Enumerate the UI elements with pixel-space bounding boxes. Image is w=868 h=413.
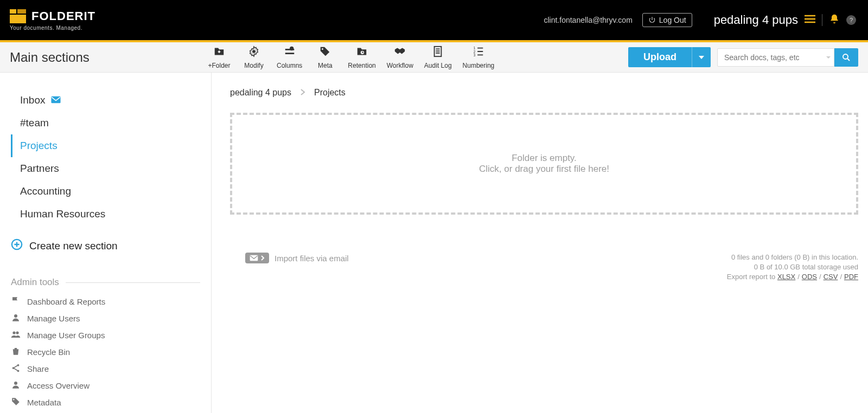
numbered-list-icon: 123 xyxy=(473,46,484,60)
tool-audit-log[interactable]: Audit Log xyxy=(422,46,454,69)
sidebar-item--team[interactable]: #team xyxy=(11,112,200,134)
account-name: pedaling 4 pups xyxy=(714,13,798,27)
flag-icon xyxy=(11,296,21,307)
sidebar-item-human-resources[interactable]: Human Resources xyxy=(11,203,200,225)
export-pdf[interactable]: PDF xyxy=(844,273,858,281)
tool-meta[interactable]: Meta xyxy=(311,46,339,69)
mail-icon xyxy=(250,255,258,261)
tool-numbering[interactable]: 123Numbering xyxy=(461,46,497,69)
svg-point-20 xyxy=(14,382,17,385)
page-title: Main sections xyxy=(10,50,205,65)
export-prefix: Export report to xyxy=(727,273,777,281)
sidebar-item-label: Human Resources xyxy=(20,208,105,220)
sidebar-item-inbox[interactable]: Inbox xyxy=(11,89,200,112)
export-ods[interactable]: ODS xyxy=(802,273,817,281)
folder-plus-icon xyxy=(213,46,225,60)
sidebar-item-label: Partners xyxy=(20,163,59,175)
tag-icon xyxy=(319,46,331,60)
upload-split-button: Upload xyxy=(628,47,711,67)
admin-item-label: Recycle Bin xyxy=(27,347,70,357)
tool-modify[interactable]: Modify xyxy=(240,46,268,69)
location-stats: 0 files and 0 folders (0 B) in this loca… xyxy=(727,253,858,282)
svg-rect-12 xyxy=(52,96,61,103)
toolbar: Main sections +FolderModifyColumnsMetaRe… xyxy=(0,42,868,73)
create-new-section[interactable]: Create new section xyxy=(11,238,200,253)
tool-columns[interactable]: Columns xyxy=(275,46,304,69)
admin-divider xyxy=(66,282,200,283)
upload-dropdown-button[interactable] xyxy=(692,47,711,67)
svg-point-4 xyxy=(290,46,293,50)
breadcrumb-current[interactable]: Projects xyxy=(314,88,346,98)
search-icon xyxy=(841,53,851,62)
admin-item-access-overview[interactable]: Access Overview xyxy=(11,377,200,394)
admin-tools-header: Admin tools xyxy=(11,277,200,288)
admin-item-label: Dashboard & Reports xyxy=(27,297,105,306)
user-icon xyxy=(11,313,21,324)
help-icon[interactable]: ? xyxy=(846,15,856,25)
logout-label: Log Out xyxy=(659,16,686,24)
tool--folder[interactable]: +Folder xyxy=(205,46,233,69)
section-list: Inbox #teamProjectsPartnersAccountingHum… xyxy=(11,89,200,225)
logout-button[interactable]: Log Out xyxy=(642,13,692,27)
stats-storage: 0 B of 10.0 GB total storage used xyxy=(727,262,858,272)
search-input[interactable] xyxy=(717,48,834,67)
sidebar-item-projects[interactable]: Projects xyxy=(11,134,200,157)
export-xlsx[interactable]: XLSX xyxy=(777,273,795,281)
tool-label: Retention xyxy=(348,62,375,69)
chevron-right-icon xyxy=(300,88,305,98)
trash-icon xyxy=(11,346,21,358)
tool-label: Columns xyxy=(277,62,302,69)
search-button[interactable] xyxy=(834,48,858,67)
admin-item-manage-users[interactable]: Manage Users xyxy=(11,310,200,327)
vertical-divider xyxy=(822,14,822,26)
tool-label: Modify xyxy=(244,62,263,69)
svg-point-21 xyxy=(13,399,14,400)
main-area: Inbox #teamProjectsPartnersAccountingHum… xyxy=(0,73,868,413)
sidebar-item-label: #team xyxy=(20,117,49,129)
tool-workflow[interactable]: Workflow xyxy=(385,46,416,69)
import-label: Import files via email xyxy=(275,254,349,263)
mail-chip xyxy=(245,253,269,263)
import-via-email[interactable]: Import files via email xyxy=(245,253,349,263)
tool-retention[interactable]: Retention xyxy=(346,46,378,69)
stats-files: 0 files and 0 folders (0 B) in this loca… xyxy=(727,253,858,262)
top-bar: FOLDERIT Your documents. Managed. clint.… xyxy=(0,0,868,40)
sidebar-item-label: Projects xyxy=(20,140,58,152)
admin-item-label: Share xyxy=(27,364,49,373)
admin-item-label: Manage Users xyxy=(27,314,80,323)
file-dropzone[interactable]: Folder is empty. Click, or drag your fir… xyxy=(230,113,858,215)
admin-item-label: Access Overview xyxy=(27,381,90,390)
share-icon xyxy=(11,363,21,375)
tag-icon xyxy=(11,397,21,408)
admin-item-share[interactable]: Share xyxy=(11,360,200,377)
brand-name: FOLDERIT xyxy=(31,9,95,23)
brand-logo-icon xyxy=(10,9,26,23)
gear-icon xyxy=(248,46,260,60)
sidebar-item-partners[interactable]: Partners xyxy=(11,157,200,180)
user-email: clint.fontanella@thryv.com xyxy=(544,16,632,24)
search-area xyxy=(717,48,858,67)
admin-item-numbering[interactable]: 123Numbering xyxy=(11,411,200,413)
brand-block: FOLDERIT Your documents. Managed. xyxy=(10,9,95,31)
admin-tools-title: Admin tools xyxy=(11,277,59,288)
admin-item-metadata[interactable]: Metadata xyxy=(11,394,200,411)
notifications-icon[interactable] xyxy=(829,14,840,27)
sidebar-item-label: Inbox xyxy=(20,94,45,106)
users-icon xyxy=(11,330,21,341)
columns-gear-icon xyxy=(284,46,296,60)
admin-item-manage-user-groups[interactable]: Manage User Groups xyxy=(11,327,200,344)
svg-rect-2 xyxy=(17,9,26,14)
upload-button[interactable]: Upload xyxy=(628,47,692,67)
export-line: Export report to XLSX/ODS/CSV/PDF xyxy=(727,272,858,282)
export-csv[interactable]: CSV xyxy=(824,273,838,281)
svg-point-15 xyxy=(12,331,15,334)
admin-item-dashboard-reports[interactable]: Dashboard & Reports xyxy=(11,293,200,310)
admin-item-label: Metadata xyxy=(27,398,61,407)
breadcrumb-root[interactable]: pedaling 4 pups xyxy=(230,88,291,98)
tool-label: Workflow xyxy=(387,62,413,69)
admin-item-recycle-bin[interactable]: Recycle Bin xyxy=(11,344,200,360)
admin-tools-list: Dashboard & ReportsManage UsersManage Us… xyxy=(11,293,200,413)
account-menu-icon[interactable] xyxy=(805,15,815,25)
folder-clock-icon xyxy=(356,46,368,60)
sidebar-item-accounting[interactable]: Accounting xyxy=(11,180,200,203)
